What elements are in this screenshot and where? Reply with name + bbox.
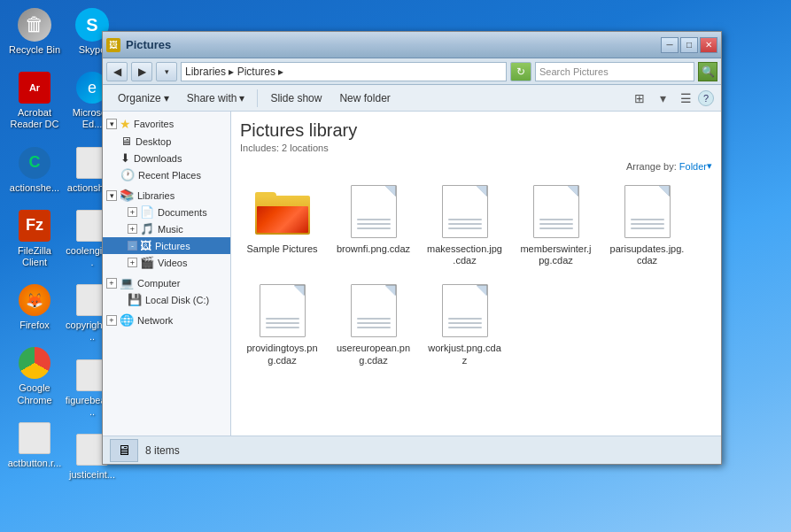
- library-title: Pictures library: [240, 120, 712, 141]
- slide-show-button[interactable]: Slide show: [262, 88, 330, 109]
- new-folder-button[interactable]: New folder: [331, 88, 398, 109]
- desktop: 🗑 Recycle Bin Ar Acrobat Reader DC C act…: [0, 0, 791, 532]
- favorites-header[interactable]: ▾ ★ Favorites: [103, 115, 230, 133]
- libraries-expand-icon: ▾: [106, 190, 117, 201]
- videos-expand: +: [128, 258, 137, 267]
- music-nav-icon: 🎵: [140, 222, 154, 235]
- downloads-nav-icon: ⬇: [120, 151, 130, 165]
- local-disk-icon: 💾: [128, 293, 142, 306]
- file-label-providingtoys: providingtoys.png.cdaz: [244, 343, 320, 366]
- downloads-nav-label: Downloads: [134, 153, 182, 164]
- search-box[interactable]: Search Pictures: [535, 62, 694, 81]
- minimize-button[interactable]: ─: [661, 37, 679, 53]
- acrobat-label: Acrobat Reader DC: [7, 107, 62, 130]
- navigation-pane: ▾ ★ Favorites 🖥 Desktop ⬇ Downloads 🕐: [103, 112, 231, 436]
- file-item-sample-pictures[interactable]: Sample Pictures: [240, 179, 324, 271]
- file-doc-usereuropean: [351, 284, 397, 337]
- chrome-label: Google Chrome: [7, 382, 62, 405]
- organize-button[interactable]: Organize ▾: [110, 88, 177, 109]
- computer-icon: 💻: [120, 276, 134, 289]
- file-icon-makessection: [437, 183, 493, 240]
- help-button[interactable]: ?: [698, 90, 714, 106]
- music-expand: +: [128, 224, 137, 234]
- network-icon: 🌐: [120, 313, 134, 327]
- desktop-nav-label: Desktop: [136, 136, 171, 147]
- window-icon: 🖼: [106, 38, 120, 52]
- file-item-usereuropean[interactable]: usereuropean.png.cdaz: [331, 278, 415, 370]
- desktop-icon-filezilla[interactable]: Fz FileZilla Client: [4, 204, 66, 272]
- close-button[interactable]: ✕: [700, 37, 717, 53]
- file-doc-brownfi: [351, 185, 397, 238]
- network-section: + 🌐 Network: [103, 312, 230, 328]
- file-label-memberswinter: memberswinter.jpg.cdaz: [518, 243, 593, 266]
- documents-nav-label: Documents: [158, 207, 207, 218]
- file-item-brownfi[interactable]: brownfi.png.cdaz: [331, 179, 415, 271]
- libraries-header[interactable]: ▾ 📚 Libraries: [103, 187, 230, 204]
- view-list-button[interactable]: ☰: [675, 89, 696, 108]
- arrange-dropdown[interactable]: Folder ▾: [679, 160, 712, 172]
- arrange-value: Folder: [679, 161, 707, 172]
- file-item-makessection[interactable]: makessection.jpg.cdaz: [423, 179, 507, 271]
- computer-label: Computer: [137, 278, 180, 289]
- toolbar-right: ⊞ ▾ ☰ ?: [629, 89, 714, 108]
- nav-item-local-disk[interactable]: 💾 Local Disk (C:): [103, 291, 230, 308]
- file-label-makessection: makessection.jpg.cdaz: [427, 243, 502, 266]
- justiceint-label: justiceint...: [69, 469, 115, 481]
- window-title: Pictures: [126, 38, 661, 51]
- file-icon-brownfi: [345, 183, 402, 240]
- recent-places-nav-icon: 🕐: [120, 168, 135, 181]
- nav-item-music[interactable]: + 🎵 Music: [103, 220, 230, 237]
- nav-item-downloads[interactable]: ⬇ Downloads: [103, 150, 230, 166]
- search-button[interactable]: 🔍: [698, 62, 717, 81]
- favorites-expand-icon: ▾: [106, 119, 117, 129]
- file-label-workjust: workjust.png.cdaz: [427, 343, 502, 366]
- recent-places-nav-label: Recent Places: [138, 170, 201, 181]
- favorites-section: ▾ ★ Favorites 🖥 Desktop ⬇ Downloads 🕐: [103, 115, 230, 183]
- recent-locations-button[interactable]: ▾: [156, 62, 177, 81]
- libraries-folder-icon: 📚: [120, 189, 134, 202]
- filezilla-label: FileZilla Client: [7, 245, 62, 268]
- pictures-nav-label: Pictures: [155, 241, 190, 251]
- network-header[interactable]: + 🌐 Network: [103, 312, 230, 328]
- share-with-button[interactable]: Share with ▾: [179, 88, 253, 109]
- desktop-icon-recycle-bin[interactable]: 🗑 Recycle Bin: [4, 4, 66, 59]
- desktop-icon-chrome[interactable]: Google Chrome: [4, 342, 66, 409]
- file-item-workjust[interactable]: workjust.png.cdaz: [423, 278, 507, 370]
- nav-item-documents[interactable]: + 📄 Documents: [103, 204, 230, 220]
- favorites-label: Favorites: [134, 119, 174, 129]
- nav-item-recent-places[interactable]: 🕐 Recent Places: [103, 166, 230, 183]
- libraries-section: ▾ 📚 Libraries + 📄 Documents + 🎵 Music: [103, 187, 230, 271]
- title-bar: 🖼 Pictures ─ □ ✕: [103, 32, 721, 58]
- videos-nav-icon: 🎬: [140, 256, 154, 269]
- address-input[interactable]: Libraries ▸ Pictures ▸: [181, 62, 507, 81]
- maximize-button[interactable]: □: [680, 37, 698, 53]
- view-extra-button[interactable]: ⊞: [629, 89, 650, 108]
- arrange-chevron: ▾: [707, 160, 712, 172]
- file-doc-lines-3: [539, 219, 573, 232]
- nav-item-desktop[interactable]: 🖥 Desktop: [103, 133, 230, 150]
- toolbar-separator: [257, 89, 258, 107]
- file-item-providingtoys[interactable]: providingtoys.png.cdaz: [240, 278, 324, 370]
- view-toggle-button[interactable]: ▾: [652, 89, 673, 108]
- nav-item-pictures[interactable]: - 🖼 Pictures: [103, 237, 230, 254]
- arrange-label: Arrange by:: [626, 161, 677, 172]
- file-icon-parisupdates: [619, 183, 676, 240]
- content-area: ▾ ★ Favorites 🖥 Desktop ⬇ Downloads 🕐: [103, 112, 721, 436]
- file-item-parisupdates[interactable]: parisupdates.jpg.cdaz: [605, 179, 689, 271]
- file-icon-workjust: [437, 282, 493, 339]
- desktop-icon-ccleaner[interactable]: C actionshe...: [4, 142, 66, 197]
- file-icon-providingtoys: [254, 282, 311, 339]
- nav-item-videos[interactable]: + 🎬 Videos: [103, 254, 230, 271]
- file-icon-memberswinter: [528, 183, 585, 240]
- desktop-icon-actbutton[interactable]: actbutton.r...: [4, 417, 66, 473]
- address-bar: ◀ ▶ ▾ Libraries ▸ Pictures ▸ ↻ Search Pi…: [103, 58, 721, 85]
- computer-header[interactable]: + 💻 Computer: [103, 274, 230, 291]
- desktop-icon-acrobat[interactable]: Ar Acrobat Reader DC: [4, 66, 66, 134]
- back-button[interactable]: ◀: [106, 62, 128, 81]
- forward-button[interactable]: ▶: [131, 62, 152, 81]
- file-item-memberswinter[interactable]: memberswinter.jpg.cdaz: [514, 179, 598, 271]
- desktop-icon-firefox[interactable]: 🦊 Firefox: [4, 279, 66, 335]
- pictures-expand: -: [128, 241, 137, 251]
- refresh-button[interactable]: ↻: [510, 62, 531, 81]
- file-doc-memberswinter: [533, 185, 579, 238]
